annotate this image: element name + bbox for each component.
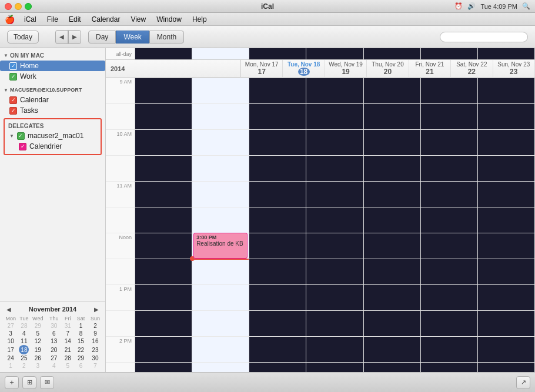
calendar-checkbox[interactable]: ✓: [9, 96, 17, 104]
mini-cal-day[interactable]: 30: [46, 322, 61, 330]
work-checkbox[interactable]: ✓: [9, 73, 17, 81]
mini-cal-day[interactable]: 29: [74, 354, 88, 362]
mini-cal-day[interactable]: 2: [88, 322, 103, 330]
maximize-button[interactable]: [25, 3, 32, 10]
mini-cal-day[interactable]: 3: [29, 362, 46, 370]
mini-cal-day[interactable]: 31: [61, 322, 74, 330]
calendar-event[interactable]: 3:00 PMRealisation de KB: [193, 233, 248, 259]
titlebar-right: ⏰ 🔊 Tue 4:09 PM 🔍: [454, 2, 530, 10]
menu-view[interactable]: View: [126, 14, 151, 25]
menu-edit[interactable]: Edit: [64, 14, 86, 25]
mini-cal-header: ◀ November 2014 ▶: [2, 304, 103, 314]
mini-cal-next[interactable]: ▶: [92, 306, 101, 313]
today-button[interactable]: Today: [7, 31, 39, 43]
next-button[interactable]: ▶: [68, 30, 81, 44]
calendar-item-tasks[interactable]: ✓ Tasks: [0, 105, 105, 116]
mini-cal-day[interactable]: 19: [29, 345, 46, 354]
mini-cal-day[interactable]: 14: [61, 337, 74, 345]
apple-menu[interactable]: 🍎: [5, 15, 15, 24]
mini-cal-day[interactable]: 11: [19, 337, 29, 345]
mini-cal-day[interactable]: 7: [61, 330, 74, 337]
delegates-header[interactable]: DELEGATES: [5, 122, 101, 130]
calendar-item-calendrier[interactable]: ✓ Calendrier: [5, 141, 101, 152]
mini-cal-day[interactable]: 27: [46, 354, 61, 362]
day-column-6[interactable]: [478, 78, 535, 372]
mini-cal-day[interactable]: 4: [19, 330, 29, 337]
mini-cal-day[interactable]: 1: [2, 362, 19, 370]
mini-cal-day[interactable]: 3: [2, 330, 19, 337]
close-button[interactable]: [5, 3, 12, 10]
menu-file[interactable]: File: [42, 14, 63, 25]
mini-cal-day[interactable]: 5: [61, 362, 74, 370]
mail-button[interactable]: ✉: [40, 376, 54, 389]
minimize-button[interactable]: [15, 3, 22, 10]
day-column-0[interactable]: [135, 78, 192, 372]
mini-cal-day[interactable]: 25: [19, 354, 29, 362]
mini-cal-day[interactable]: 12: [29, 337, 46, 345]
mini-cal-day[interactable]: 29: [29, 322, 46, 330]
day-column-4[interactable]: [364, 78, 421, 372]
hour-line: [249, 103, 306, 129]
hour-line: [306, 362, 363, 372]
mini-cal-day[interactable]: 5: [29, 330, 46, 337]
mini-cal-day[interactable]: 1: [74, 322, 88, 330]
hour-line: [421, 310, 477, 336]
mini-cal-day[interactable]: 6: [46, 330, 61, 337]
menu-help[interactable]: Help: [188, 14, 212, 25]
mini-cal-day[interactable]: 7: [88, 362, 103, 370]
calendar-item-calendar[interactable]: ✓ Calendar: [0, 95, 105, 105]
mini-cal-day[interactable]: 28: [61, 354, 74, 362]
month-view-button[interactable]: Month: [149, 31, 184, 43]
calendar-item-work[interactable]: ✓ Work: [0, 71, 105, 82]
mini-cal-day[interactable]: 6: [74, 362, 88, 370]
mini-cal-day[interactable]: 30: [88, 354, 103, 362]
mini-cal-day[interactable]: 4: [46, 362, 61, 370]
calendar-item-macuser2[interactable]: ▼ ✓ macuser2_mac01: [5, 130, 101, 141]
mini-cal-day[interactable]: 10: [2, 337, 19, 345]
week-view-button[interactable]: Week: [116, 31, 149, 43]
day-view-button[interactable]: Day: [88, 31, 116, 43]
home-checkbox[interactable]: ✓: [9, 62, 17, 70]
mini-cal-day[interactable]: 24: [2, 354, 19, 362]
day-column-2[interactable]: [249, 78, 306, 372]
tasks-checkbox[interactable]: ✓: [9, 107, 17, 115]
mini-cal-day[interactable]: 13: [46, 337, 61, 345]
add-button[interactable]: +: [5, 376, 19, 389]
calendar-item-home[interactable]: ✓ Home: [0, 61, 105, 71]
day-column-5[interactable]: [421, 78, 478, 372]
day-column-3[interactable]: [306, 78, 363, 372]
time-slot: 9 AM: [106, 78, 135, 103]
macuser2-checkbox[interactable]: ✓: [17, 132, 25, 140]
on-my-mac-header[interactable]: ▼ ON MY MAC: [0, 51, 105, 61]
mini-cal-day[interactable]: 28: [19, 322, 29, 330]
grid-button[interactable]: ⊞: [22, 376, 36, 389]
mini-cal-day[interactable]: 9: [88, 330, 103, 337]
mini-cal-day[interactable]: 15: [74, 337, 88, 345]
menu-window[interactable]: Window: [152, 14, 186, 25]
macuser-header[interactable]: ▼ MACUSER@EX10.SUPPORT: [0, 85, 105, 95]
mini-cal-day[interactable]: 20: [46, 345, 61, 354]
mini-cal-day[interactable]: 17: [2, 345, 19, 354]
mini-cal-day[interactable]: 2: [19, 362, 29, 370]
search-icon[interactable]: 🔍: [522, 2, 530, 10]
allday-thu: [306, 48, 363, 59]
hour-line: [135, 362, 192, 372]
mini-cal-day[interactable]: 23: [88, 345, 103, 354]
mini-cal-day[interactable]: 8: [74, 330, 88, 337]
menu-calendar[interactable]: Calendar: [87, 14, 125, 25]
calendrier-checkbox[interactable]: ✓: [19, 143, 26, 150]
mini-cal-day[interactable]: 16: [88, 337, 103, 345]
mini-cal-day[interactable]: 21: [61, 345, 74, 354]
mini-cal-day[interactable]: 18: [19, 345, 29, 354]
days-scroll[interactable]: 3:00 PMRealisation de KB: [135, 78, 535, 372]
menu-ical[interactable]: iCal: [19, 14, 41, 25]
search-input[interactable]: [440, 32, 528, 42]
mini-cal-day[interactable]: 27: [2, 322, 19, 330]
external-button[interactable]: ↗: [516, 376, 530, 389]
hour-line: [364, 310, 420, 336]
day-column-1[interactable]: 3:00 PMRealisation de KB: [192, 78, 249, 372]
prev-button[interactable]: ◀: [55, 30, 68, 44]
mini-cal-prev[interactable]: ◀: [5, 306, 13, 313]
mini-cal-day[interactable]: 22: [74, 345, 88, 354]
mini-cal-day[interactable]: 26: [29, 354, 46, 362]
